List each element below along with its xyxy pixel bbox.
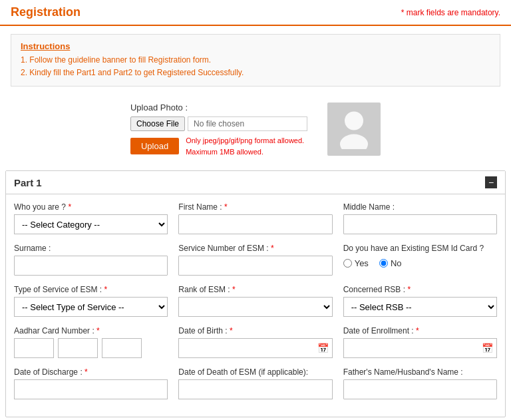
who-are-you-label: Who you are ? * bbox=[14, 202, 168, 212]
surname-input[interactable] bbox=[14, 256, 168, 276]
rsb-select[interactable]: -- Select RSB -- bbox=[343, 297, 497, 317]
surname-group: Surname : bbox=[14, 244, 168, 276]
type-of-service-group: Type of Service of ESM : * -- Select Typ… bbox=[14, 285, 168, 317]
radio-yes-label[interactable]: Yes bbox=[343, 258, 369, 268]
esm-id-card-label: Do you have an Existing ESM Id Card ? bbox=[343, 244, 497, 253]
svg-point-1 bbox=[340, 134, 368, 150]
dod-input-wrapper bbox=[14, 379, 168, 399]
file-name-display: No file chosen bbox=[188, 116, 307, 131]
type-of-service-select[interactable]: -- Select Type of Service -- bbox=[14, 297, 168, 317]
page-header: Registration * mark fields are mandatory… bbox=[0, 0, 511, 26]
page-title: Registration bbox=[11, 5, 81, 19]
dob-group: Date of Birth : * 📅 bbox=[178, 326, 332, 358]
radio-yes[interactable] bbox=[343, 259, 352, 268]
middle-name-group: Middle Name : bbox=[343, 202, 497, 234]
aadhar-input-1[interactable] bbox=[14, 338, 54, 358]
collapse-button[interactable]: − bbox=[485, 176, 497, 188]
dod-group: Date of Discharge : * bbox=[14, 367, 168, 399]
dob-input-wrapper: 📅 bbox=[178, 338, 332, 358]
form-row-3: Type of Service of ESM : * -- Select Typ… bbox=[14, 285, 497, 317]
dod-input[interactable] bbox=[14, 379, 168, 399]
aadhar-input-3[interactable] bbox=[102, 338, 142, 358]
dob-label: Date of Birth : * bbox=[178, 326, 332, 335]
rank-label: Rank of ESM : * bbox=[178, 285, 332, 294]
first-name-label: First Name : * bbox=[178, 202, 332, 212]
form-row-4: Aadhar Card Number : * Date of Birth : *… bbox=[14, 326, 497, 358]
rsb-label: Concerned RSB : * bbox=[343, 285, 497, 294]
category-select[interactable]: -- Select Category -- bbox=[14, 214, 168, 234]
esm-id-card-group: Do you have an Existing ESM Id Card ? Ye… bbox=[343, 244, 497, 276]
upload-button[interactable]: Upload bbox=[130, 138, 179, 154]
avatar-icon bbox=[337, 109, 371, 149]
father-name-input[interactable] bbox=[343, 379, 497, 399]
surname-label: Surname : bbox=[14, 244, 168, 253]
esm-id-radio-group: Yes No bbox=[343, 256, 497, 268]
service-number-label: Service Number of ESM : * bbox=[178, 244, 332, 253]
aadhar-group: Aadhar Card Number : * bbox=[14, 326, 168, 358]
middle-name-input[interactable] bbox=[343, 214, 497, 234]
form-row-2: Surname : Service Number of ESM : * Do y… bbox=[14, 244, 497, 276]
doe-input[interactable] bbox=[343, 338, 497, 358]
form-row-1: Who you are ? * -- Select Category -- Fi… bbox=[14, 202, 497, 234]
father-label: Father's Name/Husband's Name : bbox=[343, 367, 497, 377]
doe-label: Date of Enrollment : * bbox=[343, 326, 497, 335]
death-input[interactable] bbox=[178, 379, 332, 399]
upload-section: Upload Photo : Choose File No file chose… bbox=[0, 95, 511, 165]
choose-file-button[interactable]: Choose File bbox=[130, 116, 185, 131]
upload-info: Only jpeg/jpg/gif/png format allowed. Ma… bbox=[186, 135, 304, 157]
upload-left: Upload Photo : Choose File No file chose… bbox=[130, 103, 307, 157]
type-of-service-label: Type of Service of ESM : * bbox=[14, 285, 168, 294]
dob-input[interactable] bbox=[178, 338, 332, 358]
aadhar-input-2[interactable] bbox=[58, 338, 98, 358]
dod-label: Date of Discharge : * bbox=[14, 367, 168, 377]
first-name-input[interactable] bbox=[178, 214, 332, 234]
section-title: Part 1 bbox=[14, 177, 42, 188]
service-number-input[interactable] bbox=[178, 256, 332, 276]
part1-section: Part 1 − Who you are ? * -- Select Categ… bbox=[5, 170, 506, 417]
rank-group: Rank of ESM : * bbox=[178, 285, 332, 317]
file-input-row: Choose File No file chosen bbox=[130, 116, 307, 131]
instructions-line1: 1. Follow the guideline banner to fill R… bbox=[21, 54, 490, 67]
rank-select[interactable] bbox=[178, 297, 332, 317]
instructions-box: Instructions 1. Follow the guideline ban… bbox=[11, 34, 500, 87]
form-body: Who you are ? * -- Select Category -- Fi… bbox=[6, 194, 505, 417]
aadhar-input-row bbox=[14, 338, 168, 358]
aadhar-label: Aadhar Card Number : * bbox=[14, 326, 168, 335]
section-header: Part 1 − bbox=[6, 171, 505, 194]
father-group: Father's Name/Husband's Name : bbox=[343, 367, 497, 399]
upload-photo-label: Upload Photo : bbox=[130, 103, 188, 112]
rsb-group: Concerned RSB : * -- Select RSB -- bbox=[343, 285, 497, 317]
radio-no-label[interactable]: No bbox=[379, 258, 402, 268]
death-group: Date of Death of ESM (if applicable): bbox=[178, 367, 332, 399]
who-are-you-group: Who you are ? * -- Select Category -- bbox=[14, 202, 168, 234]
mandatory-note: * mark fields are mandatory. bbox=[401, 8, 500, 17]
first-name-group: First Name : * bbox=[178, 202, 332, 234]
doe-group: Date of Enrollment : * 📅 bbox=[343, 326, 497, 358]
service-number-group: Service Number of ESM : * bbox=[178, 244, 332, 276]
radio-no[interactable] bbox=[379, 259, 388, 268]
form-row-5: Date of Discharge : * Date of Death of E… bbox=[14, 367, 497, 399]
doe-input-wrapper: 📅 bbox=[343, 338, 497, 358]
instructions-link[interactable]: Instructions bbox=[21, 41, 490, 51]
svg-point-0 bbox=[345, 112, 363, 130]
instructions-line2: 2. Kindly fill the Part1 and Part2 to ge… bbox=[21, 67, 490, 79]
death-input-wrapper bbox=[178, 379, 332, 399]
avatar-placeholder bbox=[327, 103, 381, 156]
death-label: Date of Death of ESM (if applicable): bbox=[178, 367, 332, 377]
middle-name-label: Middle Name : bbox=[343, 202, 497, 212]
